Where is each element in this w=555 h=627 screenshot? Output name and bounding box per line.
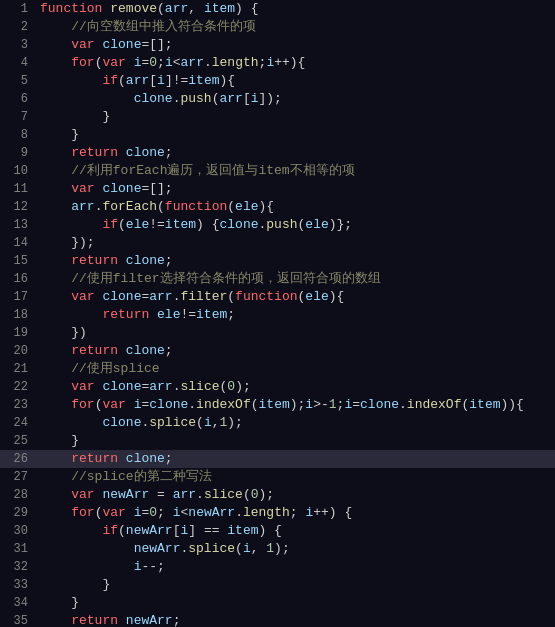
code-line-2: 2 //向空数组中推入符合条件的项 [0, 18, 555, 36]
line-number-18: 18 [0, 306, 36, 324]
line-content-7: } [36, 108, 555, 126]
code-line-25: 25 } [0, 432, 555, 450]
code-line-30: 30 if(newArr[i] == item) { [0, 522, 555, 540]
line-number-12: 12 [0, 198, 36, 216]
code-line-21: 21 //使用splice [0, 360, 555, 378]
line-content-21: //使用splice [36, 360, 555, 378]
line-number-34: 34 [0, 594, 36, 612]
line-number-1: 1 [0, 0, 36, 18]
line-content-26: return clone; [36, 450, 555, 468]
line-content-23: for(var i=clone.indexOf(item);i>-1;i=clo… [36, 396, 555, 414]
line-number-5: 5 [0, 72, 36, 90]
code-line-35: 35 return newArr; [0, 612, 555, 627]
line-number-17: 17 [0, 288, 36, 306]
line-number-22: 22 [0, 378, 36, 396]
code-line-13: 13 if(ele!=item) {clone.push(ele)}; [0, 216, 555, 234]
line-number-3: 3 [0, 36, 36, 54]
code-line-20: 20 return clone; [0, 342, 555, 360]
code-line-5: 5 if(arr[i]!=item){ [0, 72, 555, 90]
line-content-13: if(ele!=item) {clone.push(ele)}; [36, 216, 555, 234]
line-content-25: } [36, 432, 555, 450]
line-number-6: 6 [0, 90, 36, 108]
line-content-1: function remove(arr, item) { [36, 0, 555, 18]
code-line-3: 3 var clone=[]; [0, 36, 555, 54]
line-number-32: 32 [0, 558, 36, 576]
code-line-19: 19 }) [0, 324, 555, 342]
code-line-14: 14 }); [0, 234, 555, 252]
code-line-26: 26 return clone; [0, 450, 555, 468]
line-content-20: return clone; [36, 342, 555, 360]
line-number-30: 30 [0, 522, 36, 540]
code-line-11: 11 var clone=[]; [0, 180, 555, 198]
line-content-15: return clone; [36, 252, 555, 270]
code-line-22: 22 var clone=arr.slice(0); [0, 378, 555, 396]
line-content-2: //向空数组中推入符合条件的项 [36, 18, 555, 36]
line-number-35: 35 [0, 612, 36, 627]
line-content-30: if(newArr[i] == item) { [36, 522, 555, 540]
line-content-10: //利用forEach遍历，返回值与item不相等的项 [36, 162, 555, 180]
code-line-28: 28 var newArr = arr.slice(0); [0, 486, 555, 504]
code-line-31: 31 newArr.splice(i, 1); [0, 540, 555, 558]
line-number-26: 26 [0, 450, 36, 468]
line-content-31: newArr.splice(i, 1); [36, 540, 555, 558]
code-line-18: 18 return ele!=item; [0, 306, 555, 324]
line-number-29: 29 [0, 504, 36, 522]
code-line-9: 9 return clone; [0, 144, 555, 162]
code-line-29: 29 for(var i=0; i<newArr.length; i++) { [0, 504, 555, 522]
line-number-9: 9 [0, 144, 36, 162]
code-line-32: 32 i--; [0, 558, 555, 576]
line-content-29: for(var i=0; i<newArr.length; i++) { [36, 504, 555, 522]
line-content-34: } [36, 594, 555, 612]
line-number-28: 28 [0, 486, 36, 504]
code-line-24: 24 clone.splice(i,1); [0, 414, 555, 432]
line-content-8: } [36, 126, 555, 144]
line-number-8: 8 [0, 126, 36, 144]
line-content-27: //splice的第二种写法 [36, 468, 555, 486]
line-content-3: var clone=[]; [36, 36, 555, 54]
line-content-24: clone.splice(i,1); [36, 414, 555, 432]
line-number-16: 16 [0, 270, 36, 288]
code-line-6: 6 clone.push(arr[i]); [0, 90, 555, 108]
line-content-17: var clone=arr.filter(function(ele){ [36, 288, 555, 306]
line-number-19: 19 [0, 324, 36, 342]
line-content-35: return newArr; [36, 612, 555, 627]
line-number-21: 21 [0, 360, 36, 378]
line-number-24: 24 [0, 414, 36, 432]
code-line-7: 7 } [0, 108, 555, 126]
line-content-22: var clone=arr.slice(0); [36, 378, 555, 396]
line-content-19: }) [36, 324, 555, 342]
code-line-4: 4 for(var i=0;i<arr.length;i++){ [0, 54, 555, 72]
line-content-32: i--; [36, 558, 555, 576]
code-line-23: 23 for(var i=clone.indexOf(item);i>-1;i=… [0, 396, 555, 414]
line-number-14: 14 [0, 234, 36, 252]
code-line-15: 15 return clone; [0, 252, 555, 270]
line-number-10: 10 [0, 162, 36, 180]
code-line-27: 27 //splice的第二种写法 [0, 468, 555, 486]
code-line-33: 33 } [0, 576, 555, 594]
line-number-20: 20 [0, 342, 36, 360]
line-number-13: 13 [0, 216, 36, 234]
line-content-6: clone.push(arr[i]); [36, 90, 555, 108]
line-content-16: //使用filter选择符合条件的项，返回符合项的数组 [36, 270, 555, 288]
line-content-33: } [36, 576, 555, 594]
line-number-4: 4 [0, 54, 36, 72]
line-number-23: 23 [0, 396, 36, 414]
line-content-28: var newArr = arr.slice(0); [36, 486, 555, 504]
line-content-4: for(var i=0;i<arr.length;i++){ [36, 54, 555, 72]
code-line-16: 16 //使用filter选择符合条件的项，返回符合项的数组 [0, 270, 555, 288]
line-number-7: 7 [0, 108, 36, 126]
code-editor: 1 function remove(arr, item) { 2 //向空数组中… [0, 0, 555, 627]
code-line-17: 17 var clone=arr.filter(function(ele){ [0, 288, 555, 306]
code-line-34: 34 } [0, 594, 555, 612]
code-line-8: 8 } [0, 126, 555, 144]
line-content-12: arr.forEach(function(ele){ [36, 198, 555, 216]
line-number-11: 11 [0, 180, 36, 198]
line-number-33: 33 [0, 576, 36, 594]
line-number-2: 2 [0, 18, 36, 36]
line-content-18: return ele!=item; [36, 306, 555, 324]
code-line-12: 12 arr.forEach(function(ele){ [0, 198, 555, 216]
line-content-5: if(arr[i]!=item){ [36, 72, 555, 90]
line-number-27: 27 [0, 468, 36, 486]
code-line-1: 1 function remove(arr, item) { [0, 0, 555, 18]
line-content-14: }); [36, 234, 555, 252]
